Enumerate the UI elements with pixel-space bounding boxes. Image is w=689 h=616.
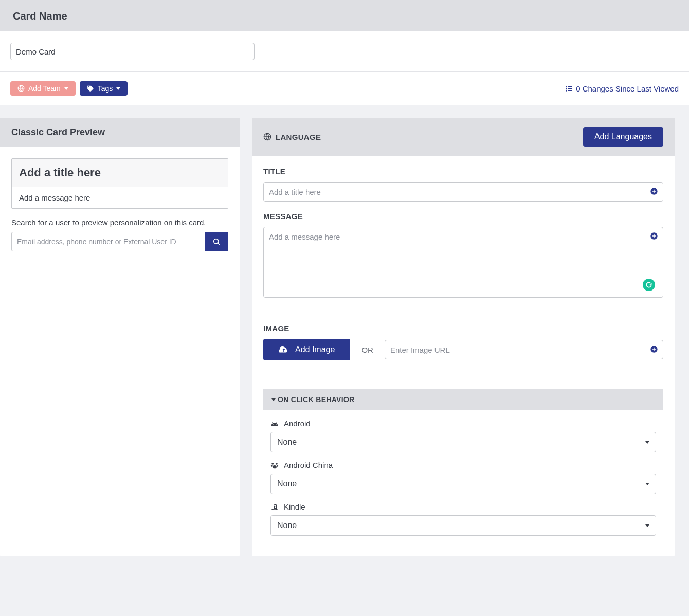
platform-label: Android China <box>270 461 656 469</box>
click-label: ON CLICK BEHAVIOR <box>278 395 355 404</box>
platform-select-android-china[interactable]: None <box>270 474 656 494</box>
select-value: None <box>277 521 297 530</box>
card-name-row <box>0 31 689 72</box>
platform-label: Android <box>270 419 656 428</box>
message-input-wrap <box>263 227 663 299</box>
language-label-wrap: LANGUAGE <box>263 133 321 141</box>
card-name-title: Card Name <box>13 10 676 22</box>
chevron-down-icon <box>645 524 649 527</box>
image-label: IMAGE <box>263 324 663 333</box>
svg-point-14 <box>276 462 278 464</box>
title-input[interactable] <box>263 182 663 202</box>
chevron-down-icon <box>64 87 68 90</box>
platform-name: Android China <box>284 461 333 469</box>
select-value: None <box>277 438 297 447</box>
click-section: ON CLICK BEHAVIOR Android None <box>263 389 663 545</box>
preview-header: Classic Card Preview <box>0 118 240 147</box>
title-input-wrap <box>263 182 663 202</box>
add-languages-button[interactable]: Add Languages <box>583 127 663 147</box>
message-label: MESSAGE <box>263 212 663 221</box>
preview-title: Classic Card Preview <box>11 127 105 138</box>
preview-search-input[interactable] <box>11 232 205 251</box>
chevron-down-icon <box>116 87 120 90</box>
content-columns: Classic Card Preview Add a title here Ad… <box>0 105 689 556</box>
svg-point-6 <box>566 90 567 90</box>
caret-down-icon <box>271 398 276 401</box>
grammarly-icon[interactable] <box>643 279 655 291</box>
add-image-label: Add Image <box>295 345 335 354</box>
android-icon <box>270 421 279 427</box>
click-body: Android None Android China <box>263 410 663 545</box>
plus-circle-icon[interactable] <box>650 232 658 240</box>
select-value: None <box>277 479 297 488</box>
svg-point-7 <box>214 239 219 244</box>
platform-name: Kindle <box>284 502 305 511</box>
svg-point-13 <box>271 462 274 464</box>
paw-icon <box>270 462 279 469</box>
editor-body: TITLE MESSAGE IMAGE <box>252 156 675 556</box>
amazon-icon <box>270 503 279 511</box>
platform-row-kindle: Kindle None <box>270 502 656 536</box>
chevron-down-icon <box>645 483 649 485</box>
svg-point-17 <box>273 465 277 468</box>
list-icon <box>565 85 573 93</box>
card-name-input[interactable] <box>10 43 255 60</box>
changes-link[interactable]: 0 Changes Since Last Viewed <box>565 84 679 93</box>
toolbar: Add Team Tags 0 Changes Since Last Viewe… <box>0 72 689 105</box>
card-name-header: Card Name <box>0 0 689 31</box>
cloud-upload-icon <box>279 346 289 354</box>
language-label: LANGUAGE <box>276 133 321 141</box>
platform-name: Android <box>284 419 311 428</box>
platform-select-kindle[interactable]: None <box>270 515 656 536</box>
preview-card-message: Add a message here <box>12 187 228 208</box>
preview-panel: Classic Card Preview Add a title here Ad… <box>0 118 240 556</box>
plus-circle-icon[interactable] <box>650 187 658 195</box>
svg-point-15 <box>271 465 273 466</box>
platform-row-android-china: Android China None <box>270 461 656 494</box>
title-label: TITLE <box>263 167 663 176</box>
platform-select-android[interactable]: None <box>270 432 656 452</box>
svg-point-16 <box>277 465 278 466</box>
tag-icon <box>87 85 94 92</box>
svg-point-5 <box>566 88 567 88</box>
svg-line-8 <box>218 243 220 245</box>
plus-circle-icon[interactable] <box>650 345 658 353</box>
add-team-button[interactable]: Add Team <box>10 81 76 96</box>
changes-text: 0 Changes Since Last Viewed <box>576 84 679 93</box>
tags-label: Tags <box>98 84 113 93</box>
click-header[interactable]: ON CLICK BEHAVIOR <box>263 389 663 410</box>
preview-search-row <box>11 232 228 251</box>
editor-panel: LANGUAGE Add Languages TITLE MESSAGE <box>252 118 675 556</box>
preview-card: Add a title here Add a message here <box>11 158 228 209</box>
add-image-button[interactable]: Add Image <box>263 339 350 360</box>
image-row: Add Image OR <box>263 339 663 360</box>
tags-button[interactable]: Tags <box>80 81 128 96</box>
globe-icon <box>17 85 25 92</box>
or-text: OR <box>361 346 373 354</box>
globe-icon <box>263 133 271 141</box>
language-header: LANGUAGE Add Languages <box>252 118 675 156</box>
preview-body: Add a title here Add a message here Sear… <box>0 147 240 263</box>
preview-card-title: Add a title here <box>12 159 228 187</box>
preview-search-label: Search for a user to preview personaliza… <box>11 218 228 227</box>
svg-point-4 <box>566 86 567 87</box>
platform-label: Kindle <box>270 502 656 511</box>
preview-search-button[interactable] <box>205 232 228 251</box>
add-team-label: Add Team <box>28 84 61 93</box>
chevron-down-icon <box>645 441 649 444</box>
image-url-wrap <box>385 340 663 359</box>
image-url-input[interactable] <box>385 340 663 359</box>
search-icon <box>212 238 221 246</box>
message-input[interactable] <box>263 227 663 298</box>
platform-row-android: Android None <box>270 419 656 452</box>
toolbar-left: Add Team Tags <box>10 81 128 96</box>
add-languages-label: Add Languages <box>594 132 652 141</box>
